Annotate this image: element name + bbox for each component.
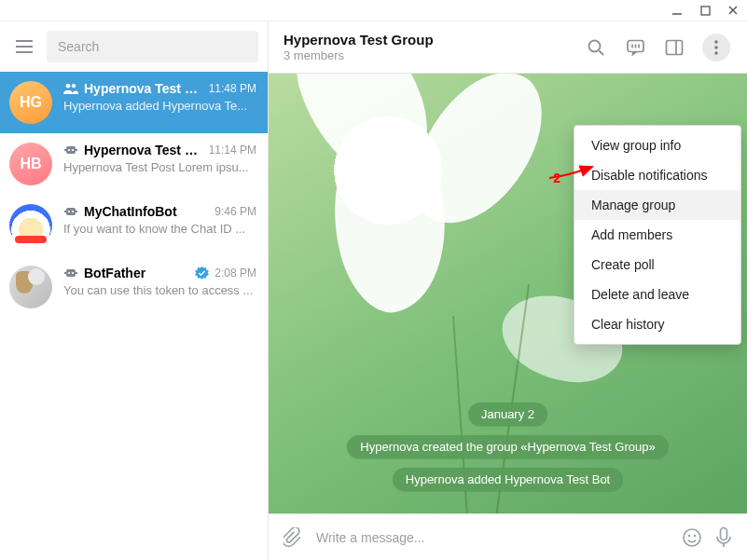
voice-message-button[interactable] — [715, 526, 732, 549]
group-icon — [63, 83, 78, 94]
svg-point-36 — [689, 535, 690, 536]
avatar: HG — [9, 81, 52, 124]
svg-rect-9 — [66, 146, 76, 154]
chat-item-body: Hypernova Test Gr... 11:48 PM Hypernova … — [63, 81, 256, 113]
avatar — [9, 204, 52, 247]
chat-item-hypernova-test-group[interactable]: HG Hypernova Test Gr... 11:48 PM Hyperno… — [0, 72, 268, 133]
chat-messages-area: January 2 Hypernova created the group «H… — [269, 74, 747, 513]
chat-title: BotFather — [84, 266, 189, 280]
verified-badge-icon — [195, 266, 209, 280]
chat-item-mychatinfobot[interactable]: MyChatInfoBot 9:46 PM If you want to kno… — [0, 195, 268, 256]
svg-rect-13 — [76, 149, 77, 151]
svg-point-8 — [72, 84, 76, 88]
chat-preview: You can use this token to access ... — [63, 283, 256, 297]
svg-point-33 — [714, 46, 717, 48]
chat-item-body: MyChatInfoBot 9:46 PM If you want to kno… — [63, 204, 256, 236]
chat-title: MyChatInfoBot — [84, 204, 209, 219]
chat-preview: Hypernova Test Post Lorem ipsu... — [63, 160, 256, 174]
bot-icon — [63, 144, 78, 156]
search-in-chat-button[interactable] — [585, 36, 607, 59]
side-panel-button[interactable] — [663, 36, 685, 59]
bot-icon — [63, 206, 78, 217]
svg-point-20 — [68, 272, 70, 274]
window-close-button[interactable] — [726, 4, 740, 17]
svg-rect-23 — [76, 272, 77, 274]
menu-create-poll[interactable]: Create poll — [574, 250, 740, 280]
menu-manage-group[interactable]: Manage group — [574, 190, 740, 220]
main-panel: Hypernova Test Group 3 members — [269, 21, 747, 560]
svg-point-21 — [72, 272, 74, 274]
message-composer — [269, 513, 747, 560]
menu-delete-and-leave[interactable]: Delete and leave — [574, 280, 740, 309]
svg-rect-14 — [66, 208, 76, 215]
avatar: HB — [9, 143, 52, 185]
svg-point-16 — [72, 211, 74, 212]
svg-rect-19 — [66, 269, 76, 277]
search-input[interactable] — [58, 39, 247, 54]
chat-item-hypernova-test-bot[interactable]: HB Hypernova Test Bot 11:14 PM Hypernova… — [0, 133, 268, 195]
svg-line-25 — [600, 50, 604, 55]
message-input[interactable] — [316, 530, 669, 545]
avatar-initials: HB — [20, 156, 41, 172]
search-field-wrap[interactable] — [47, 31, 258, 62]
date-separator: January 2 — [468, 403, 547, 426]
discuss-button[interactable] — [624, 36, 646, 59]
menu-view-group-info[interactable]: View group info — [574, 130, 740, 160]
menu-add-members[interactable]: Add members — [574, 220, 740, 250]
svg-point-37 — [695, 535, 696, 536]
chat-header-title: Hypernova Test Group — [284, 32, 572, 48]
svg-point-7 — [66, 84, 71, 89]
more-options-menu: View group info Disable notifications Ma… — [574, 125, 741, 345]
chat-header-titles[interactable]: Hypernova Test Group 3 members — [284, 32, 572, 62]
menu-clear-history[interactable]: Clear history — [574, 309, 740, 339]
avatar-initials: HG — [20, 94, 42, 111]
chat-item-botfather[interactable]: BotFather 2:08 PM You can use this token… — [0, 256, 268, 318]
chat-title: Hypernova Test Bot — [84, 143, 203, 157]
more-options-button[interactable] — [702, 34, 730, 61]
service-message: Hypernova created the group «Hypernova T… — [347, 435, 668, 458]
chat-header: Hypernova Test Group 3 members — [269, 21, 747, 74]
sidebar: HG Hypernova Test Gr... 11:48 PM Hyperno… — [0, 21, 269, 560]
chat-list: HG Hypernova Test Gr... 11:48 PM Hyperno… — [0, 72, 268, 560]
svg-point-35 — [684, 529, 700, 546]
chat-item-body: Hypernova Test Bot 11:14 PM Hypernova Te… — [63, 143, 256, 174]
chat-time: 9:46 PM — [214, 205, 256, 218]
window-minimize-button[interactable] — [671, 4, 684, 17]
attach-button[interactable] — [284, 527, 303, 548]
hamburger-menu-button[interactable] — [11, 34, 37, 60]
svg-point-10 — [68, 149, 70, 151]
chat-preview: Hypernova added Hypernova Te... — [63, 99, 256, 113]
app-frame: HG Hypernova Test Gr... 11:48 PM Hyperno… — [0, 20, 747, 560]
window-titlebar — [0, 0, 747, 20]
sidebar-top — [0, 21, 268, 72]
chat-time: 11:14 PM — [209, 143, 256, 157]
chat-header-actions — [585, 34, 730, 61]
chat-preview: If you want to know the Chat ID ... — [63, 222, 256, 236]
service-message: Hypernova added Hypernova Test Bot — [393, 468, 623, 491]
svg-rect-38 — [721, 527, 727, 540]
svg-rect-17 — [64, 211, 66, 212]
chat-header-subtitle: 3 members — [284, 48, 572, 62]
svg-point-32 — [714, 40, 717, 43]
chat-title: Hypernova Test Gr... — [84, 81, 203, 96]
svg-rect-12 — [64, 149, 66, 151]
chat-time: 11:48 PM — [209, 82, 256, 95]
chat-time: 2:08 PM — [214, 266, 256, 280]
avatar — [9, 266, 52, 308]
menu-disable-notifications[interactable]: Disable notifications — [574, 160, 740, 190]
svg-point-34 — [714, 51, 717, 54]
svg-rect-22 — [64, 272, 66, 274]
svg-rect-18 — [76, 211, 77, 212]
svg-point-11 — [72, 149, 74, 151]
chat-item-body: BotFather 2:08 PM You can use this token… — [63, 266, 256, 297]
bot-icon — [63, 267, 78, 279]
annotation-number-2: 2 — [553, 171, 560, 185]
service-messages: January 2 Hypernova created the group «H… — [269, 403, 747, 491]
svg-rect-1 — [701, 7, 710, 15]
svg-point-24 — [589, 40, 601, 51]
emoji-button[interactable] — [682, 527, 702, 548]
svg-point-15 — [68, 211, 70, 212]
window-maximize-button[interactable] — [699, 4, 712, 17]
svg-rect-30 — [667, 40, 683, 54]
